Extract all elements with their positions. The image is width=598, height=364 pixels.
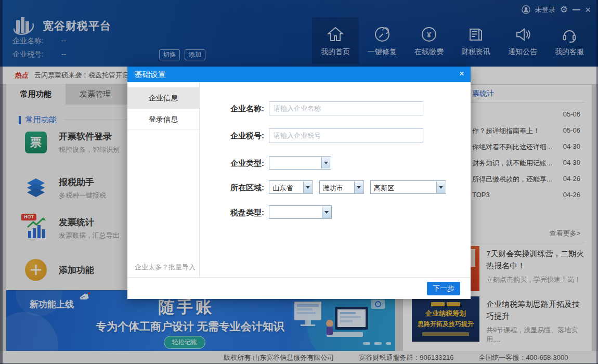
- company-type-field-label: 企业类型:: [200, 159, 264, 168]
- tax-no-input[interactable]: [269, 128, 423, 142]
- company-type-select[interactable]: [269, 156, 331, 170]
- next-step-button[interactable]: 下一步: [427, 282, 460, 295]
- region-field-label: 所在区域:: [200, 183, 264, 193]
- app-window: 宽谷财税平台 企业名称:-- 企业税号:-- 切换 添加 未登录 ⚙ ×: [0, 0, 598, 364]
- tax-no-field-label: 企业税号:: [200, 131, 264, 141]
- selected-value: 潍坊市: [323, 184, 353, 193]
- disk-type-field-label: 税盘类型:: [200, 208, 264, 218]
- company-name-input[interactable]: [269, 101, 423, 115]
- dialog-tab-login-info[interactable]: 登录信息: [127, 109, 199, 130]
- basic-settings-dialog: 基础设置 × 企业信息 登录信息 企业太多？批量导入 企业名称: 企业税号: 企…: [127, 67, 471, 299]
- chevron-down-icon: [321, 157, 330, 168]
- dialog-footer: 下一步: [127, 277, 471, 299]
- city-select[interactable]: 潍坊市: [319, 180, 364, 194]
- selected-value: 山东省: [272, 184, 302, 193]
- chevron-down-icon: [436, 181, 445, 193]
- batch-import-link[interactable]: 企业太多？批量导入: [135, 263, 196, 272]
- company-name-field-label: 企业名称:: [200, 104, 264, 114]
- chevron-down-icon: [354, 181, 363, 193]
- dialog-form: 企业名称: 企业税号: 企业类型: 所在区域:: [200, 82, 471, 277]
- dialog-body: 企业信息 登录信息 企业太多？批量导入 企业名称: 企业税号: 企业类型:: [127, 82, 471, 277]
- dialog-title: 基础设置: [127, 67, 471, 82]
- district-select[interactable]: 高新区: [370, 180, 446, 194]
- dialog-close-icon[interactable]: ×: [459, 67, 464, 82]
- province-select[interactable]: 山东省: [269, 180, 313, 194]
- dialog-tab-company-info[interactable]: 企业信息: [127, 87, 199, 109]
- selected-value: 高新区: [374, 184, 435, 193]
- chevron-down-icon: [303, 181, 312, 193]
- chevron-down-icon: [322, 206, 331, 218]
- disk-type-select[interactable]: [269, 205, 332, 219]
- dialog-sidebar: 企业信息 登录信息 企业太多？批量导入: [127, 82, 200, 277]
